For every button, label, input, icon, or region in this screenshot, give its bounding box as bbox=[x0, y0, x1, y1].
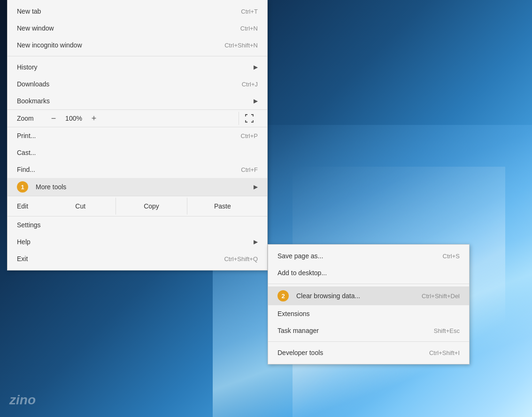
menu-item-new-window[interactable]: New window Ctrl+N bbox=[8, 20, 267, 37]
edit-label: Edit bbox=[17, 202, 45, 210]
more-tools-arrow-icon: ▶ bbox=[254, 184, 258, 190]
menu-item-new-incognito-shortcut: Ctrl+Shift+N bbox=[224, 42, 258, 49]
separator-1 bbox=[8, 56, 267, 56]
zoom-divider bbox=[239, 112, 239, 125]
zoom-value: 100% bbox=[62, 115, 85, 122]
zoom-minus-button[interactable]: − bbox=[45, 112, 62, 125]
more-tools-submenu: Save page as... Ctrl+S Add to desktop...… bbox=[268, 244, 470, 364]
menu-item-cast[interactable]: Cast... bbox=[8, 144, 267, 161]
menu-item-find-shortcut: Ctrl+F bbox=[241, 166, 258, 173]
submenu-item-add-desktop[interactable]: Add to desktop... bbox=[268, 264, 469, 281]
menu-item-exit-label: Exit bbox=[17, 255, 28, 263]
edit-cut-button[interactable]: Cut bbox=[45, 198, 116, 215]
menu-item-new-incognito[interactable]: New incognito window Ctrl+Shift+N bbox=[8, 37, 267, 54]
menu-item-new-window-label: New window bbox=[17, 24, 54, 32]
menu-item-more-tools[interactable]: 1 More tools ▶ bbox=[8, 178, 267, 196]
menu-item-new-tab[interactable]: New tab Ctrl+T bbox=[8, 3, 267, 20]
submenu-add-desktop-label: Add to desktop... bbox=[278, 269, 327, 277]
menu-item-more-tools-text: More tools bbox=[36, 183, 66, 191]
menu-item-more-tools-label-group: 1 More tools bbox=[17, 181, 66, 193]
menu-item-new-incognito-label: New incognito window bbox=[17, 41, 82, 49]
menu-item-new-tab-shortcut: Ctrl+T bbox=[241, 8, 258, 15]
menu-item-help[interactable]: Help ▶ bbox=[8, 233, 267, 250]
edit-row: Edit Cut Copy Paste bbox=[8, 196, 267, 216]
menu-item-bookmarks-label: Bookmarks bbox=[17, 97, 50, 105]
clear-browsing-label-group: 2 Clear browsing data... bbox=[278, 290, 360, 301]
menu-item-downloads-shortcut: Ctrl+J bbox=[242, 81, 258, 88]
edit-paste-button[interactable]: Paste bbox=[187, 198, 258, 215]
submenu-item-clear-browsing[interactable]: 2 Clear browsing data... Ctrl+Shift+Del bbox=[268, 286, 469, 305]
edit-copy-button[interactable]: Copy bbox=[116, 198, 186, 215]
menu-item-exit[interactable]: Exit Ctrl+Shift+Q bbox=[8, 250, 267, 267]
menu-item-downloads-label: Downloads bbox=[17, 80, 49, 88]
menu-item-find-label: Find... bbox=[17, 166, 35, 173]
zoom-plus-button[interactable]: + bbox=[85, 112, 102, 125]
submenu-developer-tools-label: Developer tools bbox=[278, 349, 323, 356]
submenu-item-save-page[interactable]: Save page as... Ctrl+S bbox=[268, 247, 469, 264]
desktop-text: zino bbox=[9, 393, 36, 408]
submenu-separator-1 bbox=[268, 284, 469, 284]
more-tools-badge: 1 bbox=[17, 181, 28, 193]
submenu-item-developer-tools[interactable]: Developer tools Ctrl+Shift+I bbox=[268, 344, 469, 361]
menu-item-find[interactable]: Find... Ctrl+F bbox=[8, 161, 267, 178]
menu-item-help-label: Help bbox=[17, 238, 31, 246]
clear-browsing-badge: 2 bbox=[278, 290, 289, 301]
menu-item-bookmarks[interactable]: Bookmarks ▶ bbox=[8, 93, 267, 109]
zoom-controls: − 100% + bbox=[45, 112, 237, 125]
menu-item-new-window-shortcut: Ctrl+N bbox=[240, 25, 258, 32]
submenu-save-page-shortcut: Ctrl+S bbox=[443, 253, 460, 260]
menu-item-settings-label: Settings bbox=[17, 221, 41, 229]
help-arrow-icon: ▶ bbox=[254, 239, 258, 245]
submenu-clear-browsing-label: Clear browsing data... bbox=[296, 292, 360, 300]
menu-item-print[interactable]: Print... Ctrl+P bbox=[8, 127, 267, 144]
menu-item-cast-label: Cast... bbox=[17, 149, 36, 156]
submenu-developer-tools-shortcut: Ctrl+Shift+I bbox=[429, 349, 460, 356]
menu-item-print-label: Print... bbox=[17, 132, 36, 139]
menu-item-exit-shortcut: Ctrl+Shift+Q bbox=[224, 255, 258, 263]
menu-item-history-label: History bbox=[17, 63, 38, 71]
edit-buttons: Cut Copy Paste bbox=[45, 198, 258, 215]
zoom-row: Zoom − 100% + bbox=[8, 109, 267, 127]
menu-item-new-tab-label: New tab bbox=[17, 8, 41, 15]
menu-item-downloads[interactable]: Downloads Ctrl+J bbox=[8, 76, 267, 93]
history-arrow-icon: ▶ bbox=[254, 64, 258, 70]
zoom-fullscreen-button[interactable] bbox=[241, 112, 258, 125]
submenu-extensions-label: Extensions bbox=[278, 310, 309, 317]
submenu-separator-2 bbox=[268, 341, 469, 342]
bookmarks-arrow-icon: ▶ bbox=[254, 98, 258, 104]
menu-item-print-shortcut: Ctrl+P bbox=[241, 132, 258, 139]
menu-item-settings[interactable]: Settings bbox=[8, 216, 267, 233]
submenu-task-manager-label: Task manager bbox=[278, 327, 319, 334]
submenu-task-manager-shortcut: Shift+Esc bbox=[434, 327, 460, 334]
submenu-save-page-label: Save page as... bbox=[278, 252, 323, 260]
submenu-item-extensions[interactable]: Extensions bbox=[268, 305, 469, 322]
zoom-label: Zoom bbox=[17, 115, 45, 122]
chrome-menu: New tab Ctrl+T New window Ctrl+N New inc… bbox=[7, 0, 268, 270]
menu-item-history[interactable]: History ▶ bbox=[8, 59, 267, 76]
submenu-item-task-manager[interactable]: Task manager Shift+Esc bbox=[268, 322, 469, 339]
submenu-clear-browsing-shortcut: Ctrl+Shift+Del bbox=[422, 293, 460, 300]
